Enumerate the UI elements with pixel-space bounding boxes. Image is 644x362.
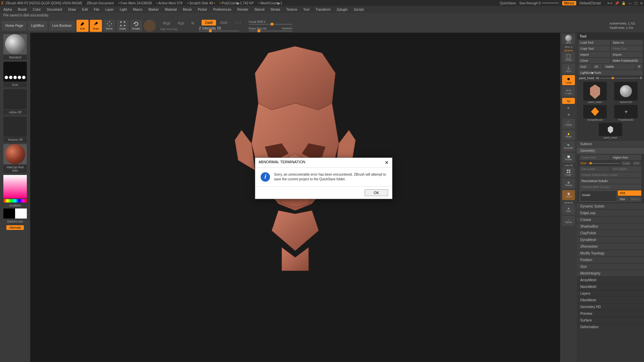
- geometry-section[interactable]: Geometry: [577, 147, 644, 154]
- draw-size-slider[interactable]: [249, 31, 292, 32]
- menu-draw[interactable]: Draw: [68, 8, 76, 11]
- deformation-section[interactable]: Deformation: [577, 323, 644, 330]
- hue-strip[interactable]: [3, 199, 27, 202]
- floor-button[interactable]: Floor: [562, 64, 575, 74]
- menu-zplugin[interactable]: Zplugin: [337, 8, 348, 11]
- home-page-button[interactable]: Home Page: [2, 21, 26, 31]
- export-button[interactable]: Export: [611, 52, 643, 57]
- arraymesh-section[interactable]: ArrayMesh: [577, 277, 644, 283]
- menu-picker[interactable]: Picker: [198, 8, 207, 11]
- goz-visible-button[interactable]: Visible: [603, 64, 635, 69]
- size-section[interactable]: Size: [577, 263, 644, 270]
- draw-mode-button[interactable]: Draw: [90, 20, 102, 32]
- gizmo-sphere[interactable]: [144, 20, 156, 32]
- z-intensity-slider[interactable]: [199, 31, 239, 32]
- preview-section[interactable]: Preview: [577, 310, 644, 317]
- menu-render[interactable]: Render: [237, 8, 249, 11]
- m-button[interactable]: M: [188, 20, 198, 26]
- save-as-button[interactable]: Save As: [611, 40, 643, 45]
- position-section[interactable]: Position: [577, 256, 644, 263]
- color-boxes[interactable]: [3, 208, 27, 219]
- switch-color[interactable]: SwitchColor: [6, 219, 24, 224]
- maximize-icon[interactable]: ▢: [634, 1, 637, 5]
- menu-texture[interactable]: Texture: [286, 8, 297, 11]
- color-picker[interactable]: [3, 175, 27, 198]
- rotate-nav-button[interactable]: 🔄Rotate: [562, 153, 575, 163]
- tool-item[interactable]: [614, 82, 638, 101]
- menu-file[interactable]: File: [94, 8, 99, 11]
- local-button[interactable]: Local: [562, 75, 575, 85]
- menu-movie[interactable]: Movie: [183, 8, 192, 11]
- actual-button[interactable]: ◑: [562, 112, 575, 117]
- edit-mode-button[interactable]: Edit: [76, 20, 89, 32]
- minimize-icon[interactable]: —: [628, 1, 632, 5]
- mesh-integrity-section[interactable]: MeshIntegrity: [577, 270, 644, 277]
- focal-shift-slider[interactable]: [249, 24, 292, 25]
- menu-brush[interactable]: Brush: [18, 8, 27, 11]
- modify-topology-section[interactable]: Modify Topology: [577, 250, 644, 256]
- crease-section[interactable]: Crease: [577, 216, 644, 223]
- menu-color[interactable]: Color: [33, 8, 41, 11]
- lower-res-button[interactable]: Lower Res: [580, 155, 610, 160]
- texture-swatch[interactable]: [3, 117, 27, 137]
- tool-item[interactable]: ✦: [614, 105, 638, 118]
- clone-button[interactable]: Clone: [578, 58, 610, 63]
- scale-mode-button[interactable]: Scale: [117, 20, 129, 32]
- dialog-ok-button[interactable]: OK: [365, 189, 388, 196]
- material-swatch[interactable]: [3, 144, 27, 164]
- brush-swatch[interactable]: [3, 34, 27, 54]
- menu-layer[interactable]: Layer: [105, 8, 114, 11]
- seethrough-slider[interactable]: [542, 2, 559, 4]
- menus-toggle[interactable]: Menus: [562, 1, 576, 5]
- zsub-button[interactable]: Zsub: [217, 20, 231, 25]
- nanomesh-section[interactable]: NanoMesh: [577, 283, 644, 290]
- move-nav-button[interactable]: ✋Move: [562, 130, 575, 140]
- transp-button[interactable]: ▦Transp: [562, 179, 575, 189]
- lightbox-button[interactable]: LightBox: [28, 21, 48, 31]
- menu-alpha[interactable]: Alpha: [3, 8, 12, 11]
- pin-icon[interactable]: 📌: [615, 1, 619, 5]
- alternate-button[interactable]: Alternate: [6, 225, 24, 230]
- menu-transform[interactable]: Transform: [315, 8, 330, 11]
- fibermesh-section[interactable]: FiberMesh: [577, 297, 644, 303]
- suv-button[interactable]: Suv: [618, 196, 629, 202]
- persp-button[interactable]: Persp: [562, 52, 575, 62]
- bpr-button[interactable]: BPR: [562, 34, 575, 44]
- zadd-button[interactable]: Zadd: [202, 20, 216, 25]
- menu-preferences[interactable]: Preferences: [213, 8, 231, 11]
- zoom-button[interactable]: 🔍Zoom3D: [562, 141, 575, 152]
- menu-material[interactable]: Material: [165, 8, 177, 11]
- xpose-button[interactable]: ⟐Xpose: [562, 216, 575, 226]
- stroke-swatch[interactable]: [3, 62, 27, 82]
- dynamic-subdiv-section[interactable]: Dynamic Subdiv: [577, 203, 644, 209]
- tool-slot-slider[interactable]: [600, 78, 638, 79]
- tool-item[interactable]: [583, 82, 607, 101]
- menu-light[interactable]: Light: [120, 8, 127, 11]
- import-button[interactable]: Import: [578, 52, 610, 57]
- dynamesh-section[interactable]: DynaMesh: [577, 236, 644, 243]
- dialog-close-icon[interactable]: ✕: [385, 160, 389, 165]
- rotate-mode-button[interactable]: Rotate: [130, 20, 142, 32]
- default-zscript[interactable]: DefaultZScript: [580, 1, 601, 5]
- sdiv-slider[interactable]: [588, 163, 620, 164]
- goz-r-button[interactable]: R: [636, 64, 643, 69]
- rgb-button[interactable]: Rgb: [174, 20, 187, 26]
- xyz-button[interactable]: Xyz: [562, 98, 575, 104]
- tool-item[interactable]: [583, 105, 607, 118]
- quicksave-button[interactable]: QuickSave: [500, 1, 516, 5]
- close-icon[interactable]: ✕: [640, 1, 643, 5]
- aa-half-button[interactable]: ◐: [562, 105, 575, 111]
- load-tool-button[interactable]: Load Tool: [578, 40, 610, 45]
- make-polymesh-button[interactable]: Make PolyMesh3D: [611, 58, 643, 63]
- paste-tool-button[interactable]: Paste Tool: [611, 46, 643, 51]
- higher-res-button[interactable]: Higher Res: [611, 155, 641, 160]
- frame-button[interactable]: ⛶Frame: [562, 119, 575, 129]
- copy-tool-button[interactable]: Copy Tool: [578, 46, 610, 51]
- edgeloop-section[interactable]: EdgeLoop: [577, 209, 644, 216]
- menu-tool[interactable]: Tool: [303, 8, 309, 11]
- zcut-button[interactable]: Zcut: [231, 20, 245, 25]
- smt-button[interactable]: Smt: [618, 190, 641, 196]
- subtool-section[interactable]: Subtool: [577, 140, 644, 147]
- tool-item[interactable]: [599, 123, 622, 136]
- layers-section[interactable]: Layers: [577, 290, 644, 297]
